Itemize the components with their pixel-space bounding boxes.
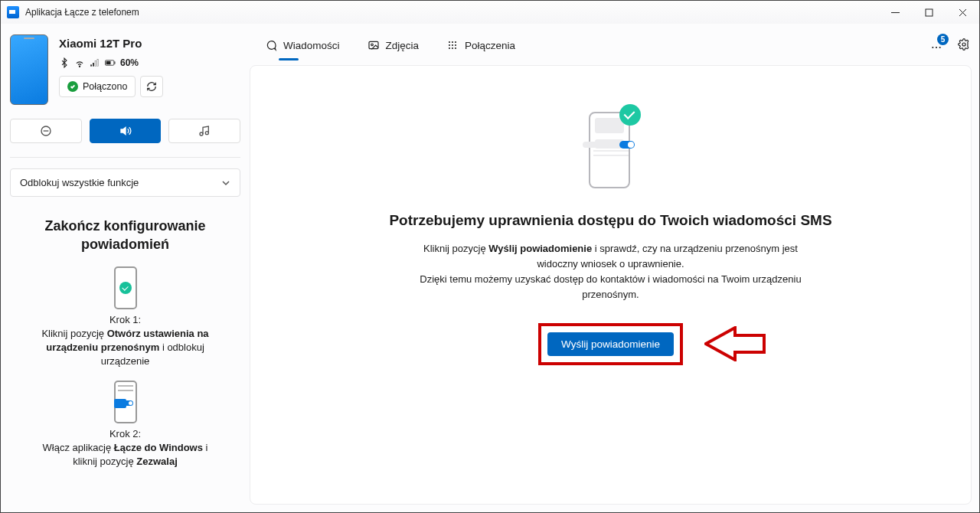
svg-point-23 bbox=[452, 44, 453, 46]
step1-label: Krok 1: bbox=[30, 314, 220, 325]
messages-icon bbox=[265, 39, 277, 51]
chevron-down-icon bbox=[221, 178, 230, 188]
status-icons: 60% bbox=[59, 57, 240, 68]
send-notification-button[interactable]: Wyślij powiadomienie bbox=[547, 332, 674, 356]
svg-point-27 bbox=[455, 47, 456, 49]
phone-illustration bbox=[10, 34, 48, 105]
svg-point-26 bbox=[452, 47, 453, 49]
dnd-icon bbox=[40, 125, 52, 137]
svg-point-25 bbox=[449, 47, 450, 49]
volume-icon bbox=[119, 125, 132, 137]
titlebar: Aplikacja Łącze z telefonem bbox=[1, 1, 979, 24]
svg-point-19 bbox=[449, 41, 450, 43]
main-heading: Potrzebujemy uprawnienia dostępu do Twoi… bbox=[389, 212, 831, 229]
svg-rect-10 bbox=[106, 61, 111, 64]
tabs: Wiadomości Zdjęcia Połączenia 5 bbox=[250, 24, 979, 62]
content-card: Potrzebujemy uprawnienia dostępu do Twoi… bbox=[250, 65, 972, 505]
connection-label: Połączono bbox=[83, 81, 127, 92]
photos-icon bbox=[368, 39, 380, 51]
dial-icon bbox=[446, 39, 459, 51]
step1-desc: Kliknij pozycję Otwórz ustawienia na urz… bbox=[30, 327, 220, 369]
tab-photos[interactable]: Zdjęcia bbox=[364, 34, 423, 56]
svg-rect-5 bbox=[90, 64, 92, 66]
unlock-features-row[interactable]: Odblokuj wszystkie funkcje bbox=[10, 168, 240, 197]
step2-desc: Włącz aplikację Łącze do Windows i klikn… bbox=[30, 441, 220, 469]
settings-button[interactable] bbox=[958, 38, 970, 53]
refresh-icon bbox=[146, 81, 157, 92]
main-description: Kliknij pozycję Wyślij powiadomienie i s… bbox=[404, 241, 818, 303]
svg-point-4 bbox=[79, 66, 80, 67]
svg-point-16 bbox=[206, 132, 209, 135]
notification-badge: 5 bbox=[937, 34, 949, 45]
svg-point-28 bbox=[932, 46, 933, 47]
bluetooth-icon bbox=[59, 57, 70, 68]
tab-calls[interactable]: Połączenia bbox=[443, 34, 518, 56]
app-title: Aplikacja Łącze z telefonem bbox=[25, 7, 139, 18]
step-1: Krok 1: Kliknij pozycję Otwórz ustawieni… bbox=[10, 266, 240, 369]
mode-buttons bbox=[10, 119, 240, 143]
svg-point-21 bbox=[455, 41, 456, 43]
svg-point-18 bbox=[371, 44, 373, 46]
step2-label: Krok 2: bbox=[30, 428, 220, 439]
check-circle-icon bbox=[67, 81, 78, 92]
step1-illustration bbox=[114, 266, 137, 309]
connection-status-chip[interactable]: Połączono bbox=[59, 76, 136, 97]
svg-point-31 bbox=[962, 43, 965, 46]
notifications-button[interactable]: 5 bbox=[930, 38, 942, 53]
app-icon bbox=[7, 6, 19, 18]
signal-icon bbox=[90, 57, 100, 68]
battery-icon bbox=[105, 57, 116, 68]
svg-point-15 bbox=[200, 132, 203, 136]
gear-icon bbox=[958, 38, 970, 51]
svg-marker-14 bbox=[121, 127, 126, 134]
svg-rect-8 bbox=[97, 59, 99, 66]
main-panel: Wiadomości Zdjęcia Połączenia 5 bbox=[250, 24, 979, 512]
svg-rect-1 bbox=[926, 9, 933, 16]
refresh-button[interactable] bbox=[140, 76, 163, 97]
shield-check-icon bbox=[119, 282, 132, 294]
battery-text: 60% bbox=[120, 57, 139, 68]
svg-point-30 bbox=[939, 46, 941, 47]
phone-name: Xiaomi 12T Pro bbox=[59, 37, 240, 50]
setup-title: Zakończ konfigurowanie powiadomień bbox=[10, 217, 240, 254]
app-window: Aplikacja Łącze z telefonem Xiaomi 12T P… bbox=[0, 0, 980, 513]
cta-highlight: Wyślij powiadomienie bbox=[538, 323, 683, 365]
annotation-arrow bbox=[704, 326, 766, 361]
maximize-button[interactable] bbox=[912, 1, 946, 24]
svg-point-24 bbox=[455, 44, 456, 46]
phone-card: Xiaomi 12T Pro 60% Połączono bbox=[10, 34, 240, 105]
sound-button[interactable] bbox=[90, 119, 162, 143]
svg-point-20 bbox=[452, 41, 453, 43]
check-circle-icon bbox=[619, 104, 641, 126]
svg-point-22 bbox=[449, 44, 450, 46]
close-button[interactable] bbox=[946, 1, 979, 24]
toggle-on-icon bbox=[619, 141, 635, 149]
svg-rect-11 bbox=[114, 61, 115, 64]
svg-rect-7 bbox=[95, 61, 96, 67]
sidebar: Xiaomi 12T Pro 60% Połączono bbox=[1, 24, 250, 512]
music-icon bbox=[198, 125, 211, 137]
svg-rect-6 bbox=[93, 63, 94, 67]
svg-point-29 bbox=[936, 46, 937, 47]
toggle-icon bbox=[122, 400, 133, 406]
dnd-button[interactable] bbox=[10, 119, 82, 143]
step2-illustration bbox=[114, 381, 137, 423]
music-button[interactable] bbox=[168, 119, 240, 143]
step-2: Krok 2: Włącz aplikację Łącze do Windows… bbox=[10, 381, 240, 469]
wifi-icon bbox=[74, 57, 85, 68]
permission-illustration bbox=[584, 104, 638, 192]
tab-messages[interactable]: Wiadomości bbox=[262, 34, 343, 56]
minimize-button[interactable] bbox=[878, 1, 912, 24]
unlock-label: Odblokuj wszystkie funkcje bbox=[20, 177, 139, 188]
